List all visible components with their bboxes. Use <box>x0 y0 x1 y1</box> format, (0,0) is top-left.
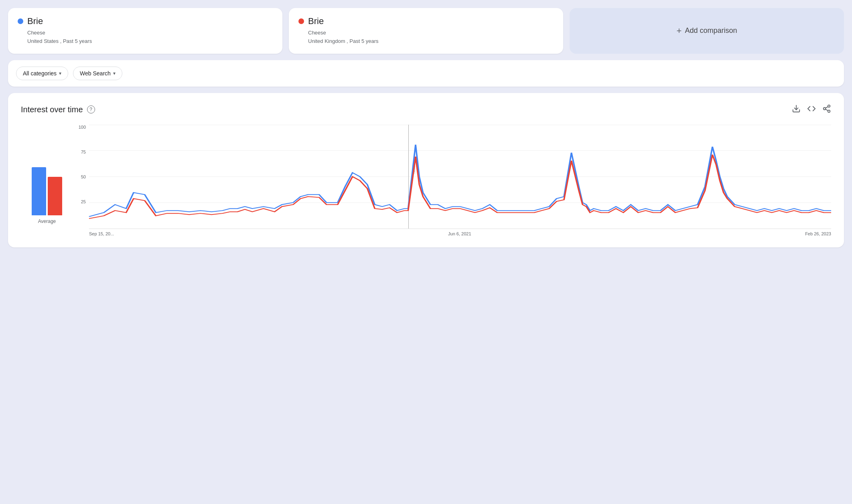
avg-bars <box>32 167 62 215</box>
card-uk-location: United Kingdom , Past 5 years <box>308 38 379 44</box>
y-label-100: 100 <box>79 125 86 130</box>
card-us-sub: Cheese United States , Past 5 years <box>27 29 273 46</box>
card-uk-sub: Cheese United Kingdom , Past 5 years <box>308 29 554 46</box>
chart-svg <box>89 125 831 229</box>
card-us-location: United States , Past 5 years <box>27 38 92 44</box>
red-line <box>89 154 831 218</box>
embed-icon[interactable] <box>807 104 816 115</box>
svg-line-5 <box>826 107 828 108</box>
card-uk[interactable]: Brie Cheese United Kingdom , Past 5 year… <box>289 8 563 54</box>
help-icon[interactable]: ? <box>87 105 95 113</box>
download-icon[interactable] <box>792 104 801 115</box>
card-us-category: Cheese <box>27 30 45 36</box>
add-comparison-label: + Add comparison <box>677 26 737 36</box>
card-uk-title: Brie <box>308 16 324 26</box>
chart-title: Interest over time <box>21 105 83 114</box>
add-comparison-text: Add comparison <box>685 26 737 35</box>
top-cards-container: Brie Cheese United States , Past 5 years… <box>8 8 844 54</box>
plus-icon: + <box>677 26 682 36</box>
card-us[interactable]: Brie Cheese United States , Past 5 years <box>8 8 282 54</box>
x-label-feb2023: Feb 26, 2023 <box>805 231 831 236</box>
dot-blue-us <box>18 18 23 24</box>
chart-actions <box>792 104 831 115</box>
filters-row: All categories ▾ Web Search ▾ <box>8 60 844 87</box>
chart-area: Average 100 75 50 25 <box>21 125 831 236</box>
average-section: Average <box>21 125 73 236</box>
web-search-filter[interactable]: Web Search ▾ <box>73 67 122 80</box>
chart-main: 100 75 50 25 Note <box>73 125 831 236</box>
share-icon[interactable] <box>822 104 831 115</box>
y-label-75: 75 <box>81 150 86 154</box>
x-axis-labels: Sep 15, 20... Jun 6, 2021 Feb 26, 2023 <box>89 229 831 236</box>
all-categories-filter[interactable]: All categories ▾ <box>16 67 68 80</box>
web-search-label: Web Search <box>80 70 111 77</box>
card-us-title: Brie <box>27 16 43 26</box>
svg-line-4 <box>826 109 828 111</box>
y-axis: 100 75 50 25 <box>73 125 89 224</box>
avg-bar-blue <box>32 167 46 215</box>
interest-over-time-card: Interest over time ? <box>8 93 844 247</box>
avg-bar-red <box>48 177 62 215</box>
y-label-50: 50 <box>81 174 86 179</box>
average-label: Average <box>38 219 56 224</box>
card-uk-category: Cheese <box>308 30 326 36</box>
search-type-chevron-icon: ▾ <box>113 71 116 76</box>
y-label-25: 25 <box>81 199 86 204</box>
card-us-header: Brie <box>18 16 273 26</box>
all-categories-label: All categories <box>23 70 57 77</box>
categories-chevron-icon: ▾ <box>59 71 61 76</box>
add-comparison-card[interactable]: + Add comparison <box>570 8 844 54</box>
x-label-sep2020: Sep 15, 20... <box>89 231 114 236</box>
chart-header: Interest over time ? <box>21 104 831 115</box>
chart-plot: Note <box>89 125 831 229</box>
chart-title-row: Interest over time ? <box>21 105 95 114</box>
card-uk-header: Brie <box>298 16 554 26</box>
x-label-jun2021: Jun 6, 2021 <box>448 231 471 236</box>
dot-red-uk <box>298 18 304 24</box>
